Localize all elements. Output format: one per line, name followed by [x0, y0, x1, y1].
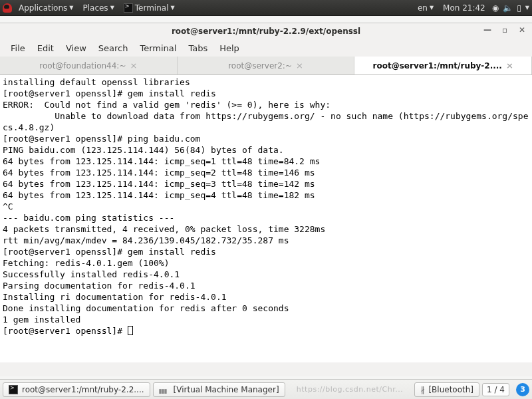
menu-view[interactable]: View [61, 42, 92, 55]
menu-file[interactable]: File [5, 42, 31, 55]
chevron-down-icon: ▼ [430, 5, 434, 11]
chevron-down-icon[interactable]: ▼ [525, 5, 529, 11]
launcher-label: Terminal [135, 3, 169, 13]
tab-label: root@server1:/mnt/ruby-2.... [373, 61, 502, 70]
maximize-button[interactable]: ▫ [500, 25, 509, 35]
network-icon[interactable]: ◉ [492, 3, 499, 13]
close-icon[interactable]: × [506, 61, 513, 70]
task-bluetooth[interactable]: ∦ [Bluetooth] [414, 382, 479, 397]
applications-label: Applications [19, 3, 67, 13]
bluetooth-icon: ∦ [420, 385, 424, 394]
panel-left: Applications ▼ Places ▼ Terminal ▼ [3, 3, 178, 13]
tabbar: root@foundation44:~ × root@server2:~ × r… [0, 57, 532, 75]
terminal-window: root@server1:/mnt/ruby-2.2.9/ext/openssl… [0, 23, 532, 376]
menu-edit[interactable]: Edit [32, 42, 59, 55]
keyboard-layout[interactable]: en ▼ [415, 3, 436, 13]
panel-right: en ▼ Mon 21:42 ◉ 🔈 ▯ ▼ [415, 3, 529, 13]
menu-search[interactable]: Search [93, 42, 134, 55]
menu-terminal[interactable]: Terminal [134, 42, 182, 55]
tab-server2[interactable]: root@server2:~ × [178, 57, 355, 74]
task-label: [Virtual Machine Manager] [174, 385, 279, 394]
workspace-indicator[interactable]: 1 / 4 [482, 383, 509, 396]
applications-menu[interactable]: Applications ▼ [16, 3, 76, 13]
vmm-icon [159, 386, 170, 394]
top-panel: Applications ▼ Places ▼ Terminal ▼ en ▼ … [0, 0, 532, 16]
terminal-icon [9, 385, 18, 394]
menubar: File Edit View Search Terminal Tabs Help [0, 39, 532, 57]
task-terminal[interactable]: root@server1:/mnt/ruby-2.2.... [3, 382, 150, 397]
watermark-text: https://blog.csdn.net/Chr... [288, 385, 412, 394]
close-icon[interactable]: × [296, 61, 303, 70]
tab-label: root@server2:~ [228, 61, 292, 70]
distro-logo-icon[interactable] [3, 3, 12, 13]
task-label: [Bluetooth] [428, 385, 473, 394]
volume-icon[interactable]: 🔈 [503, 3, 513, 13]
clock[interactable]: Mon 21:42 [440, 3, 488, 13]
clock-label: Mon 21:42 [443, 3, 485, 13]
badge-count: 3 [520, 385, 525, 394]
tab-label: root@foundation44:~ [39, 61, 126, 70]
task-vmm[interactable]: [Virtual Machine Manager] [153, 382, 285, 397]
task-label: root@server1:/mnt/ruby-2.2.... [22, 385, 144, 394]
chevron-down-icon: ▼ [69, 5, 73, 11]
launcher-terminal[interactable]: Terminal ▼ [121, 3, 178, 13]
close-icon[interactable]: × [130, 61, 137, 70]
window-title: root@server1:/mnt/ruby-2.2.9/ext/openssl [172, 27, 360, 36]
chevron-down-icon: ▼ [110, 5, 114, 11]
chevron-down-icon: ▼ [171, 5, 175, 11]
window-titlebar[interactable]: root@server1:/mnt/ruby-2.2.9/ext/openssl… [0, 23, 532, 39]
places-menu[interactable]: Places ▼ [80, 3, 116, 13]
window-buttons: — ▫ ✕ [483, 25, 527, 35]
terminal-cursor [128, 326, 133, 335]
terminal-icon [124, 3, 133, 13]
menu-tabs[interactable]: Tabs [183, 42, 213, 55]
notification-badge[interactable]: 3 [516, 383, 529, 396]
workspace-label: 1 / 4 [487, 385, 505, 394]
tab-foundation44[interactable]: root@foundation44:~ × [0, 57, 178, 74]
battery-icon[interactable]: ▯ [517, 3, 521, 13]
taskbar: root@server1:/mnt/ruby-2.2.... [Virtual … [0, 379, 532, 399]
terminal-output[interactable]: installing default openssl libraries [ro… [0, 75, 532, 362]
tab-server1[interactable]: root@server1:/mnt/ruby-2.... × [354, 57, 532, 74]
lang-label: en [418, 3, 428, 13]
menu-help[interactable]: Help [214, 42, 245, 55]
close-button[interactable]: ✕ [517, 25, 527, 35]
minimize-button[interactable]: — [483, 25, 492, 35]
places-label: Places [82, 3, 108, 13]
